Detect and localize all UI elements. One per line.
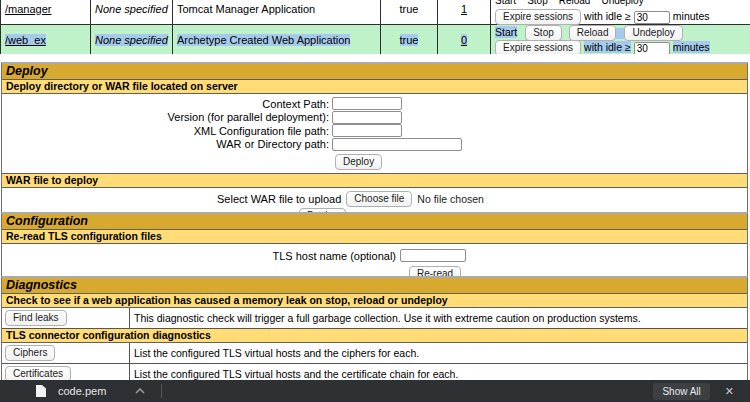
version-label: Version (for parallel deployment): [2, 111, 332, 123]
find-leaks-row: Find leaks This diagnostic check will tr… [2, 308, 747, 329]
idle-minutes-input[interactable] [634, 11, 670, 24]
find-leaks-button[interactable]: Find leaks [5, 310, 67, 326]
war-upload-subsection-title: WAR file to deploy [2, 173, 747, 188]
downloads-bar: code.pem Show All ✕ [0, 380, 750, 402]
memory-leak-subsection-title: Check to see if a web application has ca… [2, 294, 747, 308]
selection-artifact [616, 28, 624, 39]
close-icon[interactable]: ✕ [725, 385, 734, 398]
xml-config-label: XML Configuration file path: [2, 125, 332, 137]
app-link-manager[interactable]: /manager [5, 3, 51, 15]
context-path-input[interactable] [332, 97, 402, 110]
app-version: None specified [95, 3, 168, 15]
ciphers-row: Ciphers List the configured TLS virtual … [2, 343, 747, 364]
choose-file-button[interactable]: Choose file [346, 191, 412, 207]
app-display-name: Tomcat Manager Application [177, 3, 315, 15]
deploy-server-subsection-title: Deploy directory or WAR file located on … [2, 80, 747, 94]
war-directory-label: WAR or Directory path: [2, 138, 332, 150]
no-file-chosen-text: No file chosen [417, 193, 484, 205]
downloads-bar-divider [161, 384, 162, 398]
undeploy-command-disabled: Undeploy [601, 0, 643, 6]
app-sessions-link[interactable]: 1 [461, 3, 467, 15]
applications-table: /manager None specified Tomcat Manager A… [0, 0, 750, 54]
app-running: true [400, 34, 419, 46]
ciphers-button[interactable]: Ciphers [5, 345, 55, 361]
show-all-button[interactable]: Show All [653, 383, 709, 400]
deploy-section: Deploy Deploy directory or WAR file loca… [1, 62, 748, 229]
expire-sessions-button[interactable]: Expire sessions [495, 40, 581, 54]
idle-prefix-label: with idle ≥ [584, 10, 631, 22]
war-directory-input[interactable] [332, 138, 462, 151]
file-icon [36, 385, 46, 397]
idle-suffix-label: minutes [673, 41, 710, 53]
stop-button[interactable]: Stop [525, 25, 562, 41]
diagnostics-section-title: Diagnostics [2, 278, 747, 294]
expire-sessions-button[interactable]: Expire sessions [495, 9, 581, 25]
table-row-selected: /web_ex None specified Archetype Created… [1, 25, 750, 55]
reread-tls-subsection-title: Re-read TLS configuration files [2, 230, 747, 244]
tls-host-name-input[interactable] [400, 249, 466, 262]
stop-command-disabled: Stop [527, 0, 548, 6]
app-running: true [400, 3, 419, 15]
tls-host-name-label: TLS host name (optional) [2, 250, 400, 262]
start-command-disabled: Start [495, 0, 516, 6]
find-leaks-description: This diagnostic check will trigger a ful… [130, 308, 747, 328]
idle-prefix-label: with idle ≥ [584, 41, 631, 53]
app-version: None specified [95, 34, 168, 46]
tls-diagnostics-subsection-title: TLS connector configuration diagnostics [2, 329, 747, 343]
app-display-name: Archetype Created Web Application [177, 34, 350, 46]
configuration-section-title: Configuration [2, 214, 747, 230]
start-command-disabled: Start [495, 26, 517, 38]
download-filename[interactable]: code.pem [58, 385, 106, 397]
reload-command-disabled: Reload [559, 0, 591, 6]
reload-button[interactable]: Reload [569, 25, 617, 41]
chevron-up-icon[interactable] [134, 387, 146, 395]
app-sessions-link[interactable]: 0 [461, 34, 467, 46]
xml-config-input[interactable] [332, 124, 402, 137]
table-row: /manager None specified Tomcat Manager A… [1, 0, 750, 25]
idle-suffix-label: minutes [673, 10, 710, 22]
deploy-button[interactable]: Deploy [335, 154, 382, 170]
ciphers-description: List the configured TLS virtual hosts an… [130, 343, 747, 363]
select-war-label: Select WAR file to upload [217, 193, 341, 205]
idle-minutes-input[interactable] [634, 42, 670, 54]
version-input[interactable] [332, 111, 402, 124]
app-link-webex[interactable]: /web_ex [5, 34, 46, 46]
deploy-section-title: Deploy [2, 64, 747, 80]
context-path-label: Context Path: [2, 98, 332, 110]
undeploy-button[interactable]: Undeploy [624, 25, 682, 41]
